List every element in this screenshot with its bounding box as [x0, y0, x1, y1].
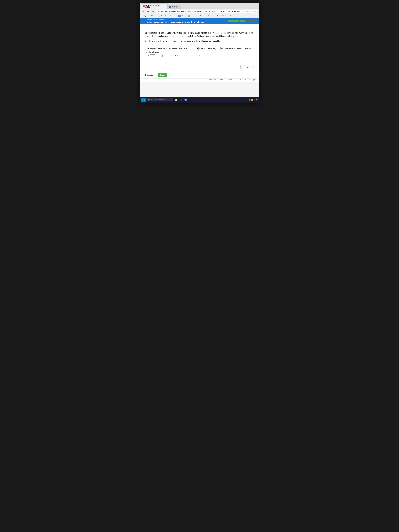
chrome-icon [184, 99, 187, 101]
page-content: ☰ DESCRIPTIVE STATISTICS Making reasonab… [140, 18, 259, 97]
aleks-header-text: DESCRIPTIVE STATISTICS Making reasonable… [147, 19, 204, 23]
progress-seg-2 [234, 20, 239, 22]
dropdown-group-2[interactable]: ? males females [162, 54, 173, 57]
bookmark-gmail-label: Gmail [152, 15, 156, 17]
taskbar-file-explorer[interactable]: 📁 [174, 98, 178, 102]
bookmark-maps-label: Maps [172, 15, 176, 17]
taskbar-apps: 📁 e ✉ [174, 98, 248, 102]
taskbar-tray: 🔊 📶 12:00 [249, 99, 258, 101]
tab1-close[interactable]: × [165, 6, 166, 7]
bookmark-gmail[interactable]: M Gmail [149, 15, 157, 17]
tab2-favicon [169, 6, 171, 8]
chevron-down-icon[interactable]: ⌄ [144, 27, 146, 30]
bookmark-translate[interactable]: 🔤 Translate [187, 15, 198, 17]
address-bar-row: ← → ↻ [140, 9, 259, 14]
bookmark-account-summary-label: Account Summary [202, 15, 214, 17]
bookmarks-bar: ⠿ Apps M Gmail ▶ YouTube 🗺 Maps GB News … [140, 14, 259, 18]
bookmark-aleks-hadja[interactable]: A ALEKS - Hadja Kom... [216, 15, 235, 17]
statement-newline-prefix: only [146, 55, 150, 57]
taskbar: 🔍 📁 e ✉ 🔊 📶 12:00 [140, 97, 259, 103]
tab2-label: ALEKS [172, 6, 177, 8]
percent-input-1[interactable] [215, 47, 221, 50]
screen-wrapper: McGraw-Hill Campus ALEKS × ALEKS × + ← →… [140, 3, 259, 103]
question-area: ⌄ In a recent study, 25 males used a new… [140, 24, 259, 73]
bookmark-account-summary[interactable]: A Account Summary [199, 15, 215, 17]
bookmark-youtube[interactable]: ▶ YouTube [158, 15, 168, 17]
tray-time: 12:00 [254, 99, 258, 101]
help-button[interactable]: ? [251, 65, 255, 69]
start-button[interactable] [141, 98, 146, 102]
browser-chrome: McGraw-Hill Campus ALEKS × ALEKS × + ← →… [140, 3, 259, 18]
back-button[interactable]: ← [141, 10, 145, 13]
header-progress-bars [228, 20, 257, 22]
page-footer: © 2020 McGraw-Hill Education. All Rights… [140, 78, 259, 82]
svg-point-6 [185, 100, 186, 100]
action-left: Explanation Check [143, 73, 167, 77]
gmail-icon: M [150, 15, 152, 17]
statement-suffix: failed to lose weight after two weeks. [173, 55, 202, 57]
progress-seg-5 [252, 20, 257, 22]
apps-icon: ⠿ [142, 15, 144, 17]
tray-icons: 🔊 📶 [249, 99, 253, 101]
explanation-button[interactable]: Explanation [143, 73, 156, 77]
svg-rect-3 [144, 100, 145, 101]
bookmark-aleks-hadja-label: ALEKS - Hadja Kom... [219, 15, 234, 17]
statement-box: The new weight-loss supplement was less … [144, 44, 255, 60]
bookmark-translate-label: Translate [191, 15, 197, 17]
bookmark-news[interactable]: GB News [177, 15, 186, 17]
symbol-row: × ↺ ? [144, 64, 255, 70]
translate-icon: 🔤 [188, 15, 190, 17]
progress-seg-3 [240, 20, 245, 22]
tab1-favicon [143, 5, 145, 7]
action-buttons-row: Explanation Check [140, 73, 259, 78]
taskbar-search-box[interactable]: 🔍 [147, 98, 173, 101]
bookmark-maps[interactable]: 🗺 Maps [169, 15, 177, 17]
tab-bar: McGraw-Hill Campus ALEKS × ALEKS × + [140, 3, 259, 9]
bookmark-apps[interactable]: ⠿ Apps [141, 15, 149, 17]
check-button[interactable]: Check [158, 73, 167, 77]
tab1-label: McGraw-Hill Campus ALEKS [146, 4, 164, 8]
section-label: DESCRIPTIVE STATISTICS [147, 19, 204, 21]
tab-mcgrawhill[interactable]: McGraw-Hill Campus ALEKS × [141, 3, 168, 9]
hamburger-menu[interactable]: ☰ [142, 19, 145, 23]
search-icon: 🔍 [148, 99, 150, 101]
account-summary-icon: A [200, 15, 201, 17]
youtube-icon: ▶ [159, 15, 160, 17]
dropdown-group-1[interactable]: ? males females [188, 47, 199, 50]
statement-prefix: The new weight-loss supplement was less … [146, 47, 188, 49]
reload-button[interactable]: ↻ [151, 10, 155, 13]
forward-button[interactable]: → [146, 10, 150, 13]
svg-rect-0 [142, 99, 143, 100]
progress-seg-1 [228, 20, 234, 22]
clear-button[interactable]: × [241, 65, 244, 69]
fill-instruction: Fill in the blanks of the statement belo… [144, 40, 255, 42]
windows-icon [142, 99, 145, 101]
tab2-close[interactable]: × [178, 6, 179, 8]
taskbar-chrome[interactable] [184, 98, 188, 102]
taskbar-search-input[interactable] [151, 99, 170, 101]
percent-input-2[interactable] [150, 55, 155, 57]
svg-rect-2 [142, 100, 143, 101]
taskbar-mail[interactable]: ✉ [188, 98, 193, 102]
address-input[interactable] [156, 10, 258, 13]
news-icon: GB [178, 15, 181, 17]
progress-seg-4 [246, 20, 251, 22]
bookmark-news-label: News [182, 15, 185, 17]
footer-text: © 2020 McGraw-Hill Education. All Rights… [209, 79, 256, 81]
aleks-hadja-icon: A [217, 15, 218, 17]
undo-button[interactable]: ↺ [246, 65, 250, 69]
statement-middle1: in the study because [199, 47, 215, 49]
section-title: Making reasonable inferences based on pr… [147, 21, 204, 23]
tab-aleks[interactable]: ALEKS × [168, 5, 181, 9]
new-tab-button[interactable]: + [181, 5, 184, 9]
taskbar-edge[interactable]: e [179, 98, 183, 102]
bookmark-apps-label: Apps [144, 15, 148, 17]
aleks-header: ☰ DESCRIPTIVE STATISTICS Making reasonab… [140, 18, 259, 24]
svg-rect-1 [144, 99, 145, 100]
problem-text-1: In a recent study, 25 males used a new w… [144, 32, 255, 38]
statement-middle3: % of the [156, 55, 162, 57]
bookmark-youtube-label: YouTube [161, 15, 167, 17]
maps-icon: 🗺 [170, 15, 171, 17]
